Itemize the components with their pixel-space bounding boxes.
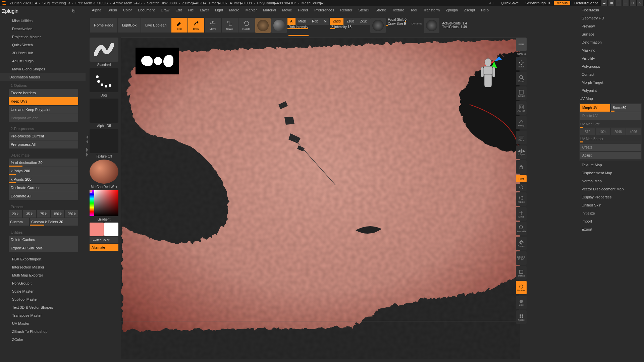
tool-vector-disp-map[interactable]: Vector Displacement Map [577,185,644,193]
menu-layer[interactable]: Layer [197,7,212,13]
uv-size-2048[interactable]: 2048 [611,128,626,135]
plugin-adjust-plugin[interactable]: Adjust Plugin [0,57,86,65]
plugin-subtool-master[interactable]: SubTool Master [0,295,86,303]
delete-caches-button[interactable]: Delete Caches [9,236,78,244]
menu-zscript[interactable]: Zscript [461,7,478,13]
plugin-text3d[interactable]: Text 3D & Vector Shapes [0,303,86,311]
rotate-axis-button[interactable] [516,184,527,191]
plugin-multimap-exporter[interactable]: Multi Map Exporter [0,271,86,279]
a-toggle[interactable]: A [287,18,296,25]
lock-button[interactable] [516,160,527,174]
plugin-projection-master[interactable]: Projection Master [0,33,86,41]
tool-surface[interactable]: Surface [577,30,644,38]
uv-thumbnail[interactable] [136,48,179,74]
tool-polypaint[interactable]: Polypaint [577,86,644,95]
bump-slider[interactable]: Bump 50 [611,104,641,112]
home-page-button[interactable]: Home Page [90,18,117,33]
menu-material[interactable]: Material [260,7,279,13]
tool-unified-skin[interactable]: Unified Skin [577,201,644,209]
preset-75k[interactable]: 75 k [37,210,50,218]
decimate-all-button[interactable]: Decimate All [9,192,78,200]
preprocess-current-button[interactable]: Pre-process Current [9,132,78,140]
plugin-maya-blend-shapes[interactable]: Maya Blend Shapes [0,65,86,73]
zadd-toggle[interactable]: Zadd [330,18,344,25]
ghost-button[interactable]: Dynamic [516,281,527,294]
scroll-button[interactable]: Scroll [516,57,527,70]
aahalf-button[interactable]: AAHalf [516,101,527,115]
material-thumb[interactable] [90,160,118,184]
menus-toggle[interactable]: Menus [554,1,570,5]
plugin-deactivation[interactable]: Deactivation [0,25,86,33]
uv-adjust-button[interactable]: Adjust [580,152,641,159]
persp-button[interactable]: Persp [516,116,527,129]
uv-size-512[interactable]: 512 [580,128,595,135]
tool-uv-map[interactable]: UV Map [577,95,644,103]
menu-brush[interactable]: Brush [104,7,120,13]
grid-icon[interactable]: ▦ [608,0,614,6]
plugin-quicksketch[interactable]: QuickSketch [0,41,86,49]
transp-button[interactable]: Transp [516,266,527,280]
rotate3d-button[interactable]: Rotate [516,237,527,250]
plugin-zbrush-photoshop[interactable]: ZBrush To Photoshop [0,327,86,336]
tool-deformation[interactable]: Deformation [577,38,644,46]
menu-render[interactable]: Render [337,7,355,13]
spix-slider[interactable]: SPix 3 [516,52,527,56]
solo-button[interactable]: Solo [516,296,527,309]
preset-35k[interactable]: 35 k [23,210,36,218]
tool-preview[interactable]: Preview [577,22,644,30]
lightbox-button[interactable]: LightBox [118,18,141,33]
panel-divider[interactable] [86,117,89,174]
preprocess-all-button[interactable]: Pre-process All [9,140,78,148]
tool-export[interactable]: Export [577,225,644,233]
mrgb-toggle[interactable]: Mrgb [296,18,309,25]
tool-masking[interactable]: Masking [577,46,644,54]
arrows-icon[interactable]: ⇄ [601,0,607,6]
menu-picker[interactable]: Picker [295,7,311,13]
menu-edit[interactable]: Edit [172,7,185,13]
tool-normal-map[interactable]: Normal Map [577,177,644,185]
polypaint-weight-slider[interactable]: Polypaint weight [9,114,78,122]
tool-morph-target[interactable]: Morph Target [577,78,644,86]
size-curve-button[interactable] [424,18,439,33]
menu-preferences[interactable]: Preferences [311,7,337,13]
color-picker[interactable] [90,190,118,216]
custom-kpoints-slider[interactable]: Custom k Points 30 [30,218,78,226]
menu-texture[interactable]: Texture [389,7,407,13]
tool-initialize[interactable]: Initialize [577,209,644,217]
rxyz-button[interactable]: Rxyz [516,175,527,182]
alpha-thumb[interactable] [90,99,118,123]
close-icon[interactable]: ✕ [637,0,643,6]
menu-stencil[interactable]: Stencil [355,7,372,13]
move3d-button[interactable]: Move [516,207,527,221]
uv-size-1024[interactable]: 1024 [596,128,610,135]
menu-macro[interactable]: Macro [226,7,243,13]
zcut-toggle[interactable]: Zcut [357,18,370,25]
actual-button[interactable]: Actual [516,86,527,100]
tool-displacement-map[interactable]: Displacement Map [577,169,644,177]
switch-color-button[interactable]: SwitchColor [90,237,118,243]
stroke-thumb[interactable] [90,68,118,92]
menu-document[interactable]: Document [135,7,158,13]
live-boolean-button[interactable]: Live Boolean [141,18,171,33]
reload-icon[interactable]: ↻ [72,8,76,14]
plugin-transpose-master[interactable]: Transpose Master [0,311,86,319]
kpoints-slider[interactable]: k Points200 [9,175,78,183]
preset-20k[interactable]: 20 k [9,210,22,218]
preset-250k[interactable]: 250 k [65,210,78,218]
menu-file[interactable]: File [185,7,197,13]
menu-alpha[interactable]: Alpha [89,7,104,13]
plugin-zcolor[interactable]: ZColor [0,336,86,344]
viewport[interactable] [121,38,520,359]
pct-decimation-slider[interactable]: % of decimation20 [9,159,78,167]
brush-thumb[interactable] [90,38,118,62]
lsym-button[interactable]: ◀┃▶L.Sym [516,145,527,159]
plugin-uv-master[interactable]: UV Master [0,319,86,327]
menu-tool[interactable]: Tool [407,7,420,13]
use-keep-polypaint-button[interactable]: Use and Keep Polypaint [9,106,78,114]
menu-stroke[interactable]: Stroke [372,7,389,13]
tool-geometry-hd[interactable]: Geometry HD [577,14,644,22]
zoom3d-button[interactable]: Zoom3D [516,222,527,235]
plugin-intersection-masker[interactable]: Intersection Masker [0,263,86,271]
draw-mode-button[interactable]: Draw [188,18,204,33]
kpolys-slider[interactable]: k Polys200 [9,167,78,175]
